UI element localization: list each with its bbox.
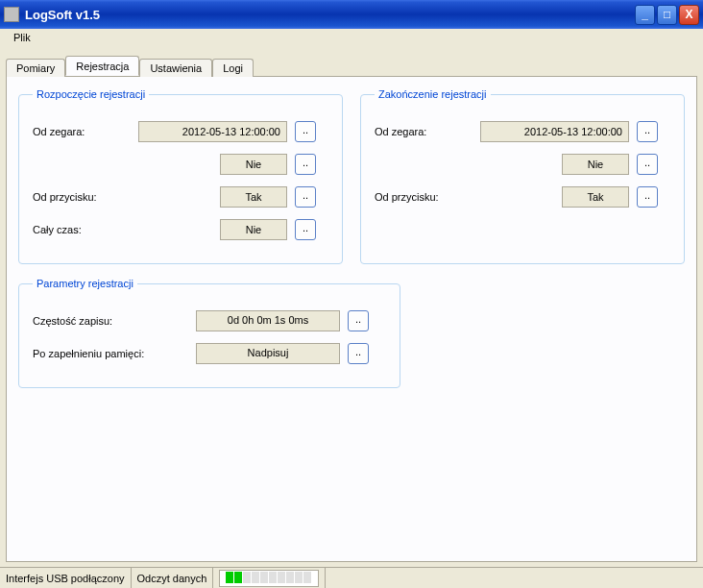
start-caly-czas-button[interactable]: ..: [295, 219, 316, 240]
progress-block-off: [269, 572, 277, 583]
progress-block-off: [303, 572, 311, 583]
window-title: LogSoft v1.5: [25, 8, 635, 22]
group-params: Parametry rejestracji Częstość zapisu: 0…: [18, 278, 400, 388]
tab-ustawienia[interactable]: Ustawienia: [139, 59, 212, 77]
statusbar: Interfejs USB podłączony Odczyt danych: [0, 567, 703, 588]
progress-block-off: [260, 572, 268, 583]
tab-pomiary[interactable]: Pomiary: [6, 59, 65, 77]
progress-block-off: [286, 572, 294, 583]
progress-block-off: [278, 572, 285, 583]
end-od-zegara-label: Od zegara:: [375, 126, 480, 137]
start-od-przycisku-label: Od przycisku:: [33, 191, 138, 203]
tab-logi[interactable]: Logi: [212, 59, 254, 77]
group-end: Zakończenie rejestracji Od zegara: 2012-…: [360, 88, 685, 264]
params-freq-value: 0d 0h 0m 1s 0ms: [196, 310, 340, 331]
params-mem-value: Nadpisuj: [196, 343, 340, 364]
start-od-przycisku-button[interactable]: ..: [295, 186, 316, 208]
progress-block-on: [234, 572, 242, 583]
app-icon: [4, 7, 19, 22]
status-usb: Interfejs USB podłączony: [0, 568, 132, 588]
status-read: Odczyt danych: [132, 568, 214, 588]
start-od-zegara-toggle-button[interactable]: ..: [295, 154, 316, 175]
start-od-zegara-label: Od zegara:: [33, 126, 138, 137]
start-od-zegara-edit-button[interactable]: ..: [295, 121, 316, 142]
progress-block-on: [226, 572, 233, 583]
group-end-legend: Zakończenie rejestracji: [375, 88, 491, 100]
start-od-zegara-toggle: Nie: [220, 154, 287, 175]
tab-content: Rozpoczęcie rejestracji Od zegara: 2012-…: [6, 77, 697, 562]
end-od-zegara-edit-button[interactable]: ..: [637, 121, 658, 142]
group-start-legend: Rozpoczęcie rejestracji: [33, 88, 149, 100]
start-od-zegara-value: 2012-05-13 12:00:00: [138, 121, 287, 142]
group-start: Rozpoczęcie rejestracji Od zegara: 2012-…: [18, 88, 343, 264]
maximize-button[interactable]: □: [657, 5, 677, 25]
end-od-przycisku-button[interactable]: ..: [637, 186, 658, 208]
params-freq-button[interactable]: ..: [348, 310, 369, 331]
end-od-przycisku-label: Od przycisku:: [375, 191, 480, 203]
progress-block-off: [252, 572, 259, 583]
params-mem-label: Po zapełnieniu pamięci:: [33, 348, 196, 359]
params-freq-label: Częstość zapisu:: [33, 315, 196, 327]
end-od-zegara-toggle: Nie: [562, 154, 629, 175]
minimize-button[interactable]: _: [635, 5, 655, 25]
window-buttons: _ □ X: [635, 5, 699, 25]
end-od-zegara-value: 2012-05-13 12:00:00: [480, 121, 629, 142]
status-progress: [213, 568, 326, 588]
close-button[interactable]: X: [679, 5, 699, 25]
start-od-przycisku-value: Tak: [220, 186, 287, 208]
params-mem-button[interactable]: ..: [348, 343, 369, 364]
start-caly-czas-label: Cały czas:: [33, 224, 138, 235]
end-od-zegara-toggle-button[interactable]: ..: [637, 154, 658, 175]
menu-plik[interactable]: Plik: [6, 30, 38, 45]
tab-rejestracja[interactable]: Rejestracja: [65, 56, 139, 76]
start-caly-czas-value: Nie: [220, 219, 287, 240]
progress-block-off: [295, 572, 303, 583]
tab-bar: Pomiary Rejestracja Ustawienia Logi: [6, 56, 697, 77]
group-params-legend: Parametry rejestracji: [33, 278, 137, 289]
end-od-przycisku-value: Tak: [562, 186, 629, 208]
progress-block-off: [243, 572, 251, 583]
titlebar: LogSoft v1.5 _ □ X: [0, 0, 703, 29]
menubar: Plik: [0, 29, 703, 50]
